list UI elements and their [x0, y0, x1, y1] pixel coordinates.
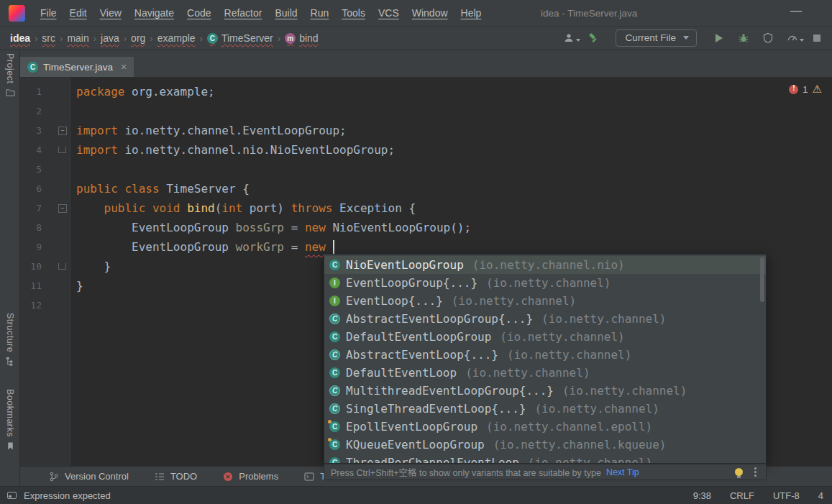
- build-hammer-icon[interactable]: [587, 32, 600, 45]
- breadcrumb-label: example: [157, 32, 196, 44]
- code-line[interactable]: package org.example;: [76, 82, 832, 101]
- tab-timeserver-java[interactable]: C TimeServer.java ×: [20, 57, 134, 77]
- completion-item-package: (io.netty.channel): [465, 366, 590, 380]
- menu-vcs[interactable]: VCS: [372, 6, 406, 20]
- menu-tools[interactable]: Tools: [335, 6, 372, 20]
- project-label: Project: [5, 53, 15, 83]
- breadcrumb-java[interactable]: java: [99, 32, 121, 44]
- code-line[interactable]: import io.netty.channel.nio.NioEventLoop…: [76, 140, 832, 160]
- sidebar-item-structure[interactable]: Structure: [0, 313, 20, 366]
- toolwindow-button-version-control[interactable]: Version Control: [49, 471, 129, 482]
- run-configuration-select[interactable]: Current File: [616, 29, 697, 47]
- toolwindow-button-todo[interactable]: TODO: [155, 471, 197, 482]
- line-number[interactable]: 1: [20, 86, 42, 97]
- menu-navigate[interactable]: Navigate: [128, 6, 180, 20]
- checklist-icon: [155, 472, 165, 482]
- line-number[interactable]: 7: [20, 203, 42, 214]
- sidebar-item-bookmarks[interactable]: Bookmarks: [0, 389, 20, 451]
- completion-item[interactable]: CDefaultEventLoop(io.netty.channel): [324, 364, 766, 382]
- breadcrumb-main[interactable]: main: [65, 32, 90, 44]
- fold-start-icon[interactable]: [56, 121, 68, 140]
- code-line[interactable]: public class TimeServer {: [76, 179, 832, 198]
- class-icon: C: [207, 33, 218, 44]
- code-line[interactable]: EventLoopGroup bossGrp = new NioEventLoo…: [76, 218, 832, 237]
- breadcrumb-bind[interactable]: mbind: [283, 32, 319, 44]
- menu-file[interactable]: File: [34, 6, 63, 20]
- fold-start-icon[interactable]: [56, 198, 68, 218]
- completion-item[interactable]: IEventLoopGroup{...}(io.netty.channel): [324, 274, 766, 292]
- indent-widget[interactable]: 4: [818, 490, 823, 501]
- toolwindow-switcher-icon[interactable]: [7, 492, 17, 499]
- fold-spacer: [56, 237, 68, 257]
- breadcrumb-src[interactable]: src: [40, 32, 57, 44]
- line-number[interactable]: 8: [20, 222, 42, 233]
- line-separator-widget[interactable]: CRLF: [730, 490, 754, 501]
- line-number[interactable]: 5: [20, 164, 42, 175]
- menu-view[interactable]: View: [93, 6, 128, 20]
- line-number[interactable]: 11: [20, 280, 42, 291]
- line-number[interactable]: 9: [20, 242, 42, 252]
- completion-list: CNioEventLoopGroup(io.netty.channel.nio)…: [324, 256, 766, 464]
- line-number[interactable]: 2: [20, 106, 42, 116]
- code-token: [76, 201, 104, 215]
- line-number[interactable]: 4: [20, 145, 42, 155]
- completion-item[interactable]: CAbstractEventLoopGroup{...}(io.netty.ch…: [324, 310, 766, 328]
- toolwindow-button-problems[interactable]: Problems: [223, 471, 278, 482]
- menu-build[interactable]: Build: [268, 6, 303, 20]
- menu-help[interactable]: Help: [454, 6, 488, 20]
- completion-item[interactable]: IEventLoop{...}(io.netty.channel): [324, 292, 766, 310]
- close-icon[interactable]: ×: [121, 61, 127, 73]
- completion-item[interactable]: CDefaultEventLoopGroup(io.netty.channel): [324, 328, 766, 346]
- editor-gutter: 123456789101112: [20, 78, 70, 466]
- completion-item-name: KQueueEventLoopGroup: [346, 438, 485, 452]
- completion-item[interactable]: CEpollEventLoopGroup(io.netty.channel.ep…: [324, 418, 766, 436]
- code-line[interactable]: import io.netty.channel.EventLoopGroup;: [76, 121, 832, 140]
- user-account-icon[interactable]: [562, 32, 575, 45]
- menu-refactor[interactable]: Refactor: [218, 6, 269, 20]
- bookmark-icon: [6, 441, 15, 451]
- class-icon: C: [27, 62, 38, 73]
- profiler-button[interactable]: [786, 32, 799, 45]
- sidebar-item-project[interactable]: Project: [0, 53, 20, 97]
- fold-end-icon[interactable]: [56, 257, 68, 276]
- fold-end-icon[interactable]: [56, 140, 68, 160]
- class-icon: C: [329, 457, 340, 464]
- completion-item[interactable]: CThreadPerChannelEventLoop(io.netty.chan…: [324, 454, 766, 464]
- menu-run[interactable]: Run: [304, 6, 336, 20]
- breadcrumb-idea[interactable]: idea: [9, 32, 32, 44]
- inspections-widget[interactable]: 1 ⚠: [789, 83, 822, 96]
- completion-item[interactable]: CNioEventLoopGroup(io.netty.channel.nio): [324, 256, 766, 274]
- line-number[interactable]: 10: [20, 261, 42, 272]
- code-line[interactable]: [76, 160, 832, 179]
- debug-button[interactable]: [737, 32, 750, 45]
- next-tip-link[interactable]: Next Tip: [606, 467, 639, 477]
- stop-button[interactable]: [810, 32, 823, 45]
- menu-edit[interactable]: Edit: [63, 6, 93, 20]
- encoding-widget[interactable]: UTF-8: [773, 490, 800, 501]
- completion-item[interactable]: CMultithreadEventLoopGroup{...}(io.netty…: [324, 382, 766, 400]
- code-line[interactable]: public void bind(int port) throws Except…: [76, 198, 832, 218]
- gutter-line: 7: [20, 198, 70, 218]
- breadcrumb-example[interactable]: example: [156, 32, 197, 44]
- lightbulb-icon[interactable]: [735, 468, 743, 476]
- code-line[interactable]: [76, 101, 832, 121]
- code-token: import: [76, 143, 124, 157]
- line-number[interactable]: 3: [20, 125, 42, 136]
- run-button[interactable]: [713, 32, 726, 45]
- breadcrumb-org[interactable]: org: [129, 32, 147, 44]
- line-number[interactable]: 6: [20, 183, 42, 194]
- completion-item[interactable]: CAbstractEventLoop{...}(io.netty.channel…: [324, 346, 766, 364]
- breadcrumb-separator-icon: ›: [278, 33, 280, 44]
- completion-item[interactable]: CKQueueEventLoopGroup(io.netty.channel.k…: [324, 436, 766, 454]
- menu-code[interactable]: Code: [180, 6, 217, 20]
- coverage-button[interactable]: [762, 32, 774, 45]
- menu-window[interactable]: Window: [406, 6, 454, 20]
- breadcrumb-timeserver[interactable]: CTimeServer: [206, 32, 275, 44]
- popup-scrollbar[interactable]: [760, 257, 764, 302]
- minimize-button[interactable]: —: [785, 3, 808, 19]
- more-options-icon[interactable]: [754, 471, 756, 473]
- line-number[interactable]: 12: [20, 300, 42, 311]
- completion-item[interactable]: CSingleThreadEventLoop{...}(io.netty.cha…: [324, 400, 766, 418]
- caret-position-widget[interactable]: 9:38: [693, 490, 711, 501]
- code-token: Exception {: [339, 201, 416, 215]
